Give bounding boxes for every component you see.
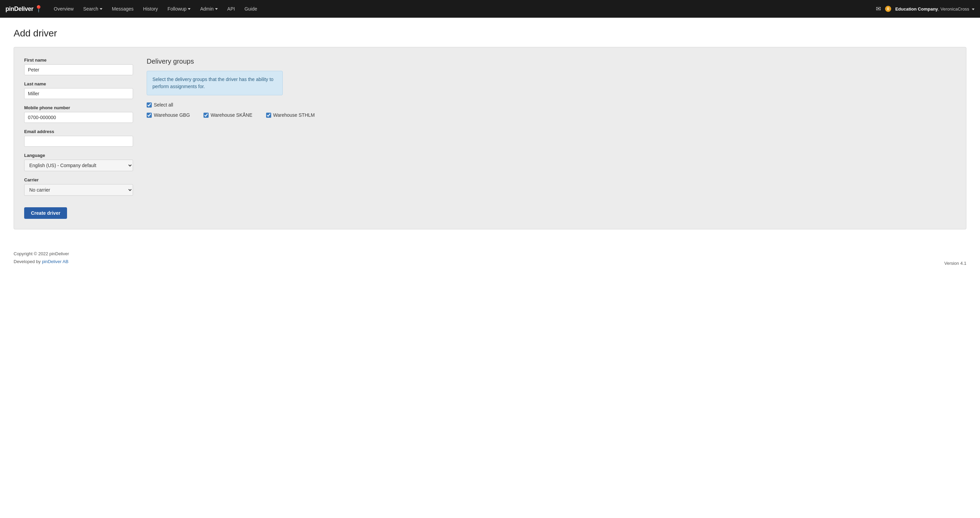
carrier-label: Carrier <box>24 177 133 182</box>
mail-badge: 0 <box>885 6 891 12</box>
delivery-groups-info: Select the delivery groups that the driv… <box>147 71 283 95</box>
nav-followup[interactable]: Followup <box>163 4 195 14</box>
carrier-select[interactable]: No carrier <box>24 184 133 196</box>
warehouse-sthlm-label[interactable]: Warehouse STHLM <box>273 112 315 118</box>
developed-by-text: Developed by pinDeliver AB <box>14 258 69 265</box>
logo[interactable]: pinDeliver 📍 <box>5 5 43 13</box>
warehouse-gbg-checkbox[interactable] <box>147 113 152 118</box>
select-all-label[interactable]: Select all <box>154 102 173 108</box>
select-all-row: Select all <box>147 102 956 108</box>
logo-pin-icon: 📍 <box>34 5 43 13</box>
logo-text: pinDeliver <box>5 5 33 13</box>
warehouse-gbg-label[interactable]: Warehouse GBG <box>154 112 190 118</box>
nav-right: ✉ 0 Education Company, VeronicaCross <box>876 5 975 13</box>
footer-bottom: Copyright © 2022 pinDeliver Developed by… <box>14 250 966 266</box>
admin-dropdown-icon <box>215 8 218 10</box>
search-dropdown-icon <box>100 8 102 10</box>
footer-right: Version 4.1 <box>944 261 966 266</box>
warehouse-sthlm-row: Warehouse STHLM <box>266 112 315 118</box>
phone-group: Mobile phone number <box>24 105 133 123</box>
copyright-text: Copyright © 2022 pinDeliver <box>14 250 69 258</box>
navbar: pinDeliver 📍 Overview Search Messages Hi… <box>0 0 980 18</box>
form-left: First name Last name Mobile phone number… <box>24 57 133 219</box>
last-name-group: Last name <box>24 81 133 99</box>
create-driver-button[interactable]: Create driver <box>24 207 67 219</box>
phone-input[interactable] <box>24 112 133 123</box>
warehouse-skane-row: Warehouse SKÅNE <box>204 112 252 118</box>
nav-history[interactable]: History <box>139 4 162 14</box>
form-card: First name Last name Mobile phone number… <box>14 47 966 230</box>
warehouse-gbg-row: Warehouse GBG <box>147 112 190 118</box>
version-text: Version 4.1 <box>944 261 966 266</box>
nav-messages[interactable]: Messages <box>108 4 138 14</box>
last-name-label: Last name <box>24 81 133 86</box>
warehouse-sthlm-checkbox[interactable] <box>266 113 271 118</box>
warehouse-skane-label[interactable]: Warehouse SKÅNE <box>211 112 252 118</box>
user-dropdown-icon <box>972 8 975 10</box>
page-content: Add driver First name Last name Mobile p… <box>0 18 980 240</box>
nav-api[interactable]: API <box>223 4 239 14</box>
nav-admin[interactable]: Admin <box>196 4 222 14</box>
page-title: Add driver <box>14 28 966 39</box>
nav-overview[interactable]: Overview <box>50 4 78 14</box>
first-name-group: First name <box>24 57 133 75</box>
footer: Copyright © 2022 pinDeliver Developed by… <box>0 240 980 273</box>
footer-left: Copyright © 2022 pinDeliver Developed by… <box>14 250 69 266</box>
pindeliver-ab-link[interactable]: pinDeliver AB <box>42 259 68 264</box>
nav-guide[interactable]: Guide <box>240 4 261 14</box>
language-group: Language English (US) - Company default … <box>24 153 133 171</box>
company-user-label: Education Company, VeronicaCross <box>895 6 975 11</box>
mail-icon[interactable]: ✉ <box>876 5 881 13</box>
warehouse-checkboxes: Warehouse GBG Warehouse SKÅNE Warehouse … <box>147 112 956 123</box>
email-group: Email address <box>24 129 133 147</box>
phone-label: Mobile phone number <box>24 105 133 110</box>
nav-links: Overview Search Messages History Followu… <box>50 4 876 14</box>
first-name-input[interactable] <box>24 64 133 75</box>
email-label: Email address <box>24 129 133 134</box>
warehouse-skane-checkbox[interactable] <box>204 113 208 118</box>
form-right: Delivery groups Select the delivery grou… <box>147 57 956 219</box>
language-select[interactable]: English (US) - Company default Swedish N… <box>24 159 133 171</box>
nav-search[interactable]: Search <box>79 4 106 14</box>
carrier-group: Carrier No carrier <box>24 177 133 196</box>
select-all-checkbox[interactable] <box>147 102 152 108</box>
followup-dropdown-icon <box>188 8 191 10</box>
delivery-groups-title: Delivery groups <box>147 57 956 65</box>
last-name-input[interactable] <box>24 88 133 99</box>
language-label: Language <box>24 153 133 158</box>
email-input[interactable] <box>24 136 133 147</box>
first-name-label: First name <box>24 57 133 63</box>
